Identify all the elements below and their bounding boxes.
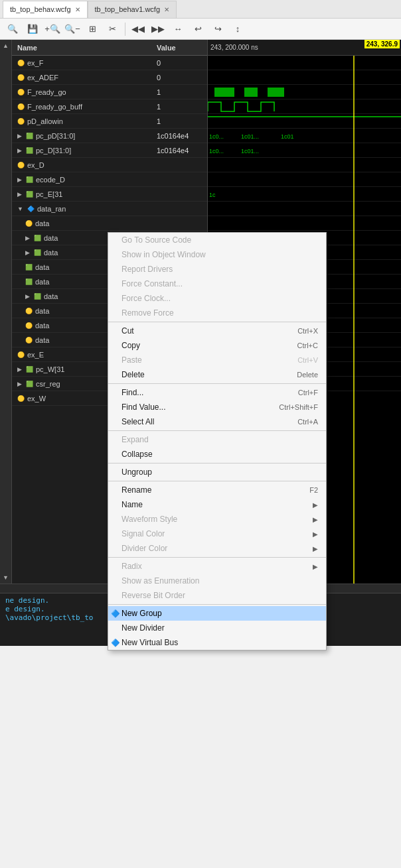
undo-button[interactable]: ↩ [189, 21, 206, 37]
menu-item-select-all[interactable]: Select All Ctrl+A [108, 414, 326, 429]
scroll-up[interactable]: ▲ [0, 40, 11, 52]
signal-name: 🟡ex_ADEF [12, 74, 154, 82]
menu-item-rename[interactable]: Rename F2 [108, 483, 326, 497]
bus-icon: 🟩 [26, 176, 33, 183]
zoom-range-button[interactable]: ⊞ [84, 21, 101, 37]
svg-text:1c01: 1c01 [281, 133, 294, 140]
submenu-arrow-radix: ▶ [313, 563, 318, 570]
zoom-out-button[interactable]: 🔍− [64, 21, 81, 37]
expand-arrow[interactable]: ▶ [25, 235, 30, 241]
go-start-button[interactable]: ◀◀ [129, 21, 147, 37]
list-item[interactable]: ▶🟩ecode_D [12, 172, 207, 187]
tab-active[interactable]: tb_top_behav.wcfg ✕ [3, 1, 88, 18]
expand-arrow[interactable]: ▶ [17, 381, 22, 387]
menu-item-expand: Expand [108, 432, 326, 447]
cursor-position: 243, 326.9 [364, 40, 400, 48]
go-end-button[interactable]: ▶▶ [149, 21, 167, 37]
menu-item-delete[interactable]: Delete Delete [108, 367, 326, 382]
scroll-down[interactable]: ▼ [0, 572, 11, 584]
expand-arrow[interactable]: ▶ [17, 176, 22, 183]
menu-item-name[interactable]: Name ▶ [108, 497, 326, 512]
menu-item-new-virtual-bus[interactable]: 🔷 New Virtual Bus [108, 635, 326, 650]
menu-item-new-divider[interactable]: New Divider [108, 621, 326, 635]
bus-icon: 🟩 [26, 147, 33, 154]
vbus-icon: 🔷 [111, 639, 120, 647]
menu-item-ungroup[interactable]: Ungroup [108, 465, 326, 479]
menu-item-label: Select All [121, 417, 154, 426]
expand-arrow[interactable]: ▼ [17, 206, 23, 212]
expand-arrow[interactable]: ▶ [25, 249, 30, 256]
wave-row [208, 70, 401, 85]
list-item[interactable]: 🟡data [12, 216, 207, 231]
menu-item-remove-force: Remove Force [108, 306, 326, 320]
list-item[interactable]: ▶🟩pc_pD[31:0] 1c0164e4 [12, 129, 207, 143]
expand-arrow[interactable]: ▶ [25, 293, 30, 300]
expand-arrow[interactable]: ▶ [17, 191, 22, 198]
save-button[interactable]: 💾 [24, 21, 41, 37]
menu-item-goto-source: Go To Source Code [108, 233, 326, 247]
list-item[interactable]: 🟡ex_D [12, 158, 207, 172]
signal-name: 🟡F_ready_go [12, 88, 154, 96]
expand-arrow[interactable]: ▶ [17, 366, 22, 373]
menu-item-new-group[interactable]: 🔷 New Group [108, 606, 326, 621]
menu-sep-3 [108, 430, 326, 431]
menu-shortcut-find: Ctrl+F [298, 389, 318, 397]
scissors-button[interactable]: ✂ [104, 21, 121, 37]
menu-item-label: Divider Color [121, 544, 167, 553]
menu-item-collapse[interactable]: Collapse [108, 447, 326, 462]
menu-item-label: Cut [121, 326, 134, 336]
menu-item-copy[interactable]: Copy Ctrl+C [108, 338, 326, 353]
group-icon: 🔷 [111, 609, 120, 618]
wire-icon: 🟡 [25, 322, 33, 329]
signal-list-header: Name Value [12, 40, 207, 56]
expand-button[interactable]: ↕ [229, 21, 246, 37]
menu-item-find[interactable]: Find... Ctrl+F [108, 385, 326, 400]
signal-value: 1 [154, 88, 207, 96]
name-column-header: Name [12, 44, 154, 52]
list-item[interactable]: ▶🟩pc_E[31 [12, 187, 207, 202]
menu-shortcut-select-all: Ctrl+A [297, 418, 318, 426]
title-bar: tb_top_behav.wcfg ✕ tb_top_behav1.wcfg ✕ [0, 0, 401, 19]
menu-item-signal-color: Signal Color ▶ [108, 527, 326, 541]
prev-button[interactable]: ↔ [169, 21, 187, 37]
signal-value: 1 [154, 117, 207, 125]
menu-item-divider-color: Divider Color ▶ [108, 541, 326, 556]
list-item[interactable]: 🟡F_ready_go_buff 1 [12, 99, 207, 114]
wire-icon: 🟡 [17, 118, 25, 125]
bus-icon: 🟩 [34, 249, 41, 256]
tab-inactive[interactable]: tb_top_behav1.wcfg ✕ [88, 1, 177, 18]
submenu-arrow-name: ▶ [313, 501, 318, 509]
menu-item-label: Show as Enumeration [121, 576, 199, 586]
signal-value: 0 [154, 59, 207, 67]
wave-row [208, 99, 401, 114]
list-item[interactable]: 🟡ex_F 0 [12, 56, 207, 70]
wave-row: 1c0... 1c01... 1c01 [208, 129, 401, 143]
zoom-fit-button[interactable]: 🔍 [4, 21, 21, 37]
signal-name: ▶🟩pc_E[31 [12, 190, 154, 198]
value-column-header: Value [154, 44, 207, 52]
menu-item-find-value[interactable]: Find Value... Ctrl+Shift+F [108, 400, 326, 414]
menu-shortcut-delete: Delete [297, 371, 318, 379]
list-item[interactable]: 🟡ex_ADEF 0 [12, 70, 207, 85]
list-item[interactable]: ▶🟩pc_D[31:0] 1c0164e4 [12, 143, 207, 158]
list-item[interactable]: 🟡F_ready_go 1 [12, 85, 207, 99]
list-item[interactable]: 🟡pD_allowin 1 [12, 114, 207, 129]
menu-item-show-object: Show in Object Window [108, 247, 326, 262]
svg-text:1c0...: 1c0... [209, 133, 224, 140]
tab-active-close[interactable]: ✕ [75, 6, 80, 13]
expand-arrow[interactable]: ▶ [17, 133, 22, 139]
menu-item-radix: Radix ▶ [108, 559, 326, 574]
expand-arrow[interactable]: ▶ [17, 147, 22, 154]
wave-row [208, 158, 401, 172]
tab-inactive-close[interactable]: ✕ [164, 6, 169, 13]
redo-button[interactable]: ↪ [209, 21, 226, 37]
cursor-line [353, 56, 355, 584]
list-item[interactable]: ▼🔷data_ran [12, 202, 207, 216]
svg-rect-0 [214, 88, 234, 97]
zoom-in-button[interactable]: +🔍 [44, 21, 61, 37]
menu-shortcut-cut: Ctrl+X [297, 327, 318, 335]
menu-item-cut[interactable]: Cut Ctrl+X [108, 324, 326, 338]
group-icon: 🔷 [27, 206, 35, 212]
signal-value: 1 [154, 103, 207, 111]
menu-item-label: Report Drivers [121, 265, 173, 274]
